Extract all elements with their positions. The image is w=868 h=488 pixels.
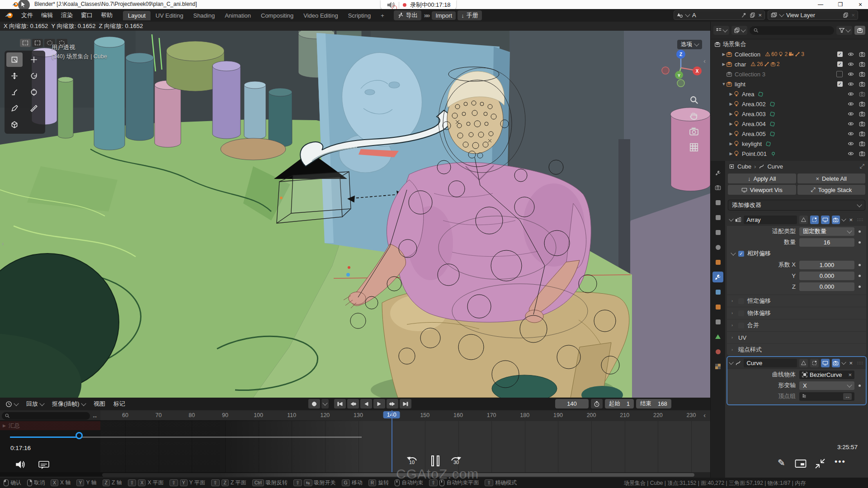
hide-eye-icon[interactable]	[848, 141, 854, 147]
frame-end-field[interactable]: 结束168	[636, 399, 671, 408]
array-modifier-header[interactable]: Array × ::::	[727, 213, 866, 226]
disable-render-icon[interactable]	[859, 101, 865, 107]
properties-tab-object[interactable]	[712, 257, 723, 267]
menu-item-0[interactable]: 文件	[17, 10, 37, 21]
manual-button[interactable]: ↓ 手册	[458, 10, 482, 20]
object-offset-section[interactable]: ›物体偏移	[727, 307, 866, 319]
timeline-menu-1[interactable]: 抠像(插帧)	[48, 399, 89, 409]
clear-object-icon[interactable]: ×	[848, 371, 852, 378]
workspace-tab-video-editing[interactable]: Video Editing	[298, 11, 343, 20]
auto-keyframe-icon[interactable]	[591, 399, 603, 408]
expand-icon[interactable]	[729, 360, 734, 365]
maximize-button[interactable]: ❐	[833, 0, 848, 9]
factor-y-field[interactable]: 0.000	[799, 272, 854, 280]
menu-item-1[interactable]: 编辑	[37, 10, 57, 21]
properties-tab-world[interactable]	[712, 242, 723, 253]
hide-eye-icon[interactable]	[848, 101, 854, 107]
camera-view-icon[interactable]	[689, 127, 699, 136]
jump-start-button[interactable]	[334, 399, 346, 408]
hide-eye-icon[interactable]	[848, 81, 854, 87]
zoom-icon[interactable]	[689, 95, 699, 105]
properties-tab-particles[interactable]	[712, 286, 723, 297]
modifier-extras-icon[interactable]	[841, 360, 846, 365]
workspace-tab-animation[interactable]: Animation	[220, 11, 256, 20]
add-cube-tool[interactable]	[6, 117, 23, 132]
disable-render-icon[interactable]	[859, 61, 865, 67]
properties-tab-output[interactable]	[712, 197, 723, 208]
hide-eye-icon[interactable]	[848, 91, 854, 97]
outliner-item-collection-3[interactable]: Collection 3	[711, 69, 868, 79]
hide-eye-icon[interactable]	[848, 61, 854, 67]
animate-dot[interactable]	[859, 385, 861, 387]
export-button[interactable]: 导出	[394, 10, 421, 20]
ortho-grid-icon[interactable]	[689, 142, 699, 152]
select-box-tool[interactable]	[6, 52, 23, 67]
factor-z-field[interactable]: 0.000	[799, 282, 854, 291]
render-display-icon[interactable]	[832, 359, 840, 367]
workspace-tab-uv-editing[interactable]: UV Editing	[151, 11, 188, 20]
outliner-item-area[interactable]: ▶Area	[711, 89, 868, 99]
add-modifier-button[interactable]: 添加修改器	[728, 200, 865, 211]
merge-checkbox[interactable]	[738, 323, 744, 328]
panel-collapse-icon[interactable]: ‹	[703, 57, 706, 65]
properties-tab-material[interactable]	[712, 346, 723, 357]
cursor-tool[interactable]	[26, 52, 42, 67]
playhead[interactable]	[392, 410, 392, 472]
curve-object-field[interactable]: BezierCurve ×	[799, 371, 854, 379]
menu-item-4[interactable]: 帮助	[97, 10, 117, 21]
hide-eye-icon[interactable]	[848, 150, 854, 157]
hide-eye-icon[interactable]	[848, 131, 854, 137]
vertex-group-field[interactable]: ↔	[799, 392, 854, 401]
view-layer-selector[interactable]: View Layer ×	[768, 10, 858, 20]
disable-render-icon[interactable]	[859, 111, 865, 117]
properties-tab-viewlayer[interactable]	[712, 212, 723, 223]
disable-render-icon[interactable]	[859, 121, 865, 127]
edit-mode-display-icon[interactable]	[799, 216, 808, 224]
remove-modifier-icon[interactable]: ×	[848, 216, 854, 223]
modifier-name-field[interactable]: Array	[744, 216, 797, 224]
prev-keyframe-button[interactable]	[347, 399, 359, 408]
current-frame-field[interactable]: 140	[555, 399, 589, 408]
collection-checkbox[interactable]: ✓	[837, 61, 843, 67]
hide-eye-icon[interactable]	[848, 111, 854, 117]
timeline-ruler[interactable]: 6070809010011012013015016017018019020021…	[0, 410, 710, 422]
cage-display-icon[interactable]	[810, 359, 819, 367]
animate-dot[interactable]	[859, 230, 861, 233]
close-button[interactable]: ×	[853, 0, 868, 9]
move-tool[interactable]	[6, 69, 23, 83]
select-tweak-icon[interactable]	[20, 39, 31, 47]
scene-selector[interactable]: A ×	[674, 10, 765, 20]
deform-axis-dropdown[interactable]: X	[799, 381, 854, 390]
disable-render-icon[interactable]	[859, 141, 865, 147]
timeline-editor[interactable]: 回放抠像(插帧)视图标记 140 起始1 结束168	[0, 398, 710, 478]
properties-tab-scene[interactable]	[712, 227, 723, 238]
import-button[interactable]: Import	[432, 11, 456, 20]
properties-tab-modifiers[interactable]	[712, 272, 723, 282]
workspace-tab-shading[interactable]: Shading	[188, 11, 220, 20]
animate-dot[interactable]	[859, 264, 861, 266]
viewport-display-icon[interactable]	[821, 216, 830, 224]
disable-render-icon[interactable]	[859, 91, 865, 97]
next-keyframe-button[interactable]	[387, 399, 398, 408]
outliner-item-point-001[interactable]: ▶Point.001	[711, 149, 868, 159]
minimize-button[interactable]: —	[813, 0, 828, 9]
properties-tab-texture[interactable]	[712, 361, 723, 372]
modifier-extras-icon[interactable]	[841, 216, 846, 221]
properties-tab-physics[interactable]	[712, 301, 723, 312]
play-button[interactable]	[373, 399, 385, 408]
navigation-gizmo[interactable]: Z Y X	[658, 44, 703, 89]
workspace-tab-scripting[interactable]: Scripting	[343, 11, 376, 20]
properties-tab-constraints[interactable]	[712, 316, 723, 327]
workspace-tab-compositing[interactable]: Compositing	[256, 11, 298, 20]
outliner-search-input[interactable]	[750, 26, 834, 35]
sidebar-collapse-icon[interactable]: ‹	[2, 239, 4, 247]
rotate-tool[interactable]	[26, 69, 42, 83]
record-options-icon[interactable]	[321, 399, 329, 408]
outliner-item-keylight[interactable]: ▶keylight	[711, 139, 868, 149]
filter-icon[interactable]	[836, 26, 852, 35]
merge-section[interactable]: ›合并	[727, 319, 866, 331]
outliner-type-icon[interactable]	[713, 26, 729, 35]
animate-dot[interactable]	[859, 241, 861, 244]
hide-eye-icon[interactable]	[848, 71, 854, 77]
measure-tool[interactable]	[26, 101, 42, 116]
